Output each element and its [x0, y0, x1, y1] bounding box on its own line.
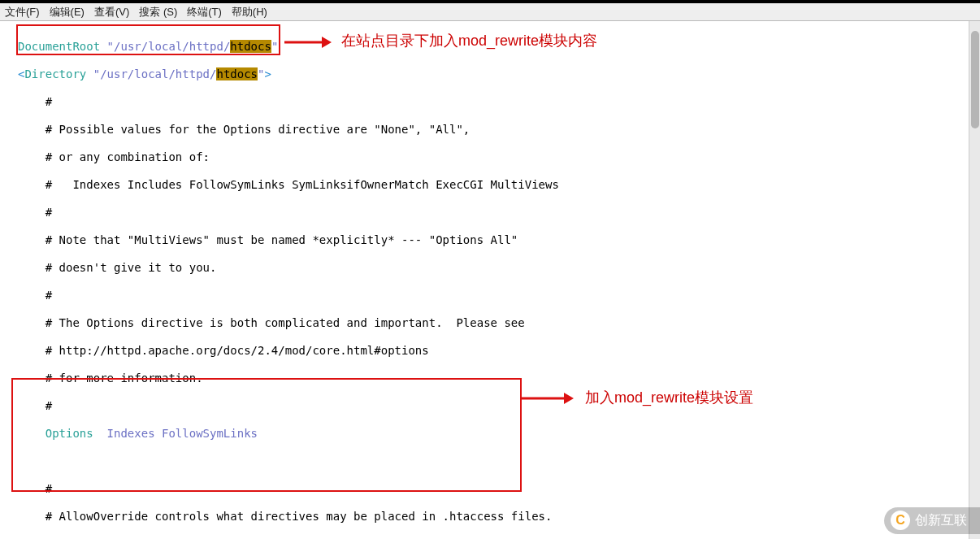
- directory-htdocs-highlight: htdocs: [216, 67, 258, 80]
- directive-options: Options: [18, 427, 93, 440]
- comment-line: #: [18, 95, 980, 109]
- comment-line: # Indexes Includes FollowSymLinks SymLin…: [18, 178, 980, 192]
- menu-file[interactable]: 文件(F): [5, 5, 40, 20]
- comment-line: # doesn't give it to you.: [18, 261, 980, 275]
- comment-line: # Note that "MultiViews" must be named *…: [18, 233, 980, 247]
- comment-line: # Possible values for the Options direct…: [18, 123, 980, 137]
- comment-line: # or any combination of:: [18, 150, 980, 164]
- comment-line: #: [18, 482, 980, 496]
- menubar: 文件(F) 编辑(E) 查看(V) 搜索 (S) 终端(T) 帮助(H): [0, 3, 980, 21]
- menu-view[interactable]: 查看(V): [94, 5, 129, 20]
- annotation-text-2: 加入mod_rewrite模块设置: [585, 388, 753, 407]
- directory-path-prefix: "/usr/local/httpd/: [86, 67, 216, 80]
- comment-line: # The Options directive is both complica…: [18, 316, 980, 330]
- menu-search[interactable]: 搜索 (S): [139, 5, 177, 20]
- watermark-text: 创新互联: [915, 512, 967, 529]
- comment-line: #: [18, 289, 980, 302]
- watermark-badge: C 创新互联: [884, 507, 980, 534]
- directory-open-gt: >: [264, 67, 271, 80]
- comment-line: #: [18, 206, 980, 220]
- docroot-path-prefix: "/usr/local/httpd/: [107, 40, 231, 53]
- directive-documentroot: DocumentRoot: [18, 40, 100, 53]
- options-value: Indexes FollowSymLinks: [93, 427, 258, 440]
- comment-line: # http://httpd.apache.org/docs/2.4/mod/c…: [18, 344, 980, 358]
- annotation-text-1: 在站点目录下加入mod_rewrite模块内容: [341, 31, 597, 50]
- arrow-icon: [284, 34, 332, 50]
- menu-terminal[interactable]: 终端(T): [187, 5, 222, 20]
- watermark-icon: C: [891, 511, 910, 530]
- docroot-htdocs-highlight: htdocs: [230, 40, 271, 53]
- docroot-path-suffix: ": [271, 40, 278, 53]
- menu-help[interactable]: 帮助(H): [232, 5, 267, 20]
- comment-line: # AllowOverride controls what directives…: [18, 510, 980, 524]
- menu-edit[interactable]: 编辑(E): [50, 5, 85, 20]
- comment-line: # for more information.: [18, 372, 980, 385]
- editor-area[interactable]: DocumentRoot "/usr/local/httpd/htdocs" <…: [0, 21, 980, 539]
- blank-line: [18, 454, 980, 468]
- scrollbar[interactable]: [969, 21, 980, 539]
- svg-marker-3: [564, 393, 574, 404]
- comment-line: #: [18, 399, 980, 413]
- svg-marker-1: [322, 37, 332, 48]
- arrow-icon: [522, 390, 574, 406]
- scrollbar-thumb[interactable]: [971, 31, 979, 128]
- directive-directory: Directory: [24, 67, 86, 80]
